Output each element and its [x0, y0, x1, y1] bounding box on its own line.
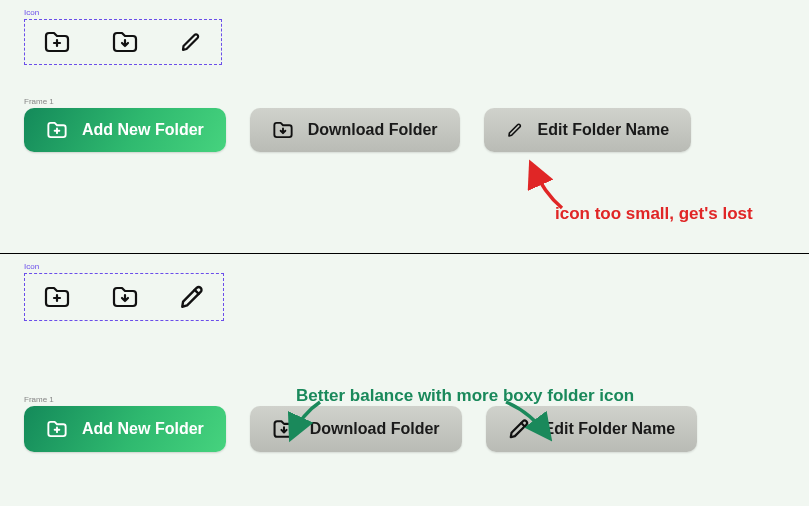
folder-download-icon: [111, 285, 139, 309]
button-label: Add New Folder: [82, 420, 204, 438]
folder-download-icon: [272, 418, 296, 440]
add-folder-button[interactable]: Add New Folder: [24, 406, 226, 452]
download-folder-button[interactable]: Download Folder: [250, 406, 462, 452]
pencil-boxy-icon: [508, 418, 530, 440]
pencil-boxy-icon: [179, 284, 205, 310]
edit-folder-button[interactable]: Edit Folder Name: [486, 406, 698, 452]
button-label: Edit Folder Name: [544, 420, 676, 438]
edit-folder-button[interactable]: Edit Folder Name: [484, 108, 692, 152]
pencil-icon: [506, 121, 524, 139]
folder-plus-icon: [46, 120, 68, 140]
figma-frame-label: Frame 1: [24, 97, 785, 106]
button-row-before: Add New Folder Download Folder Edit Fold…: [24, 108, 785, 152]
button-row-after: Add New Folder Download Folder Edit Fold…: [24, 406, 785, 452]
annotation-green: Better balance with more boxy folder ico…: [296, 386, 634, 406]
folder-plus-icon: [43, 285, 71, 309]
figma-icon-group-label: Icon: [24, 8, 785, 17]
example-before: Icon Frame 1: [0, 0, 809, 253]
button-label: Download Folder: [310, 420, 440, 438]
button-label: Download Folder: [308, 121, 438, 139]
folder-plus-icon: [43, 30, 71, 54]
add-folder-button[interactable]: Add New Folder: [24, 108, 226, 152]
button-label: Edit Folder Name: [538, 121, 670, 139]
annotation-red: icon too small, get's lost: [555, 204, 753, 224]
example-after: Icon Better balance with more boxy folde…: [0, 254, 809, 506]
icon-group-selection: [24, 273, 224, 321]
folder-download-icon: [272, 120, 294, 140]
pencil-icon: [179, 30, 203, 54]
icon-group-selection: [24, 19, 222, 65]
folder-download-icon: [111, 30, 139, 54]
button-label: Add New Folder: [82, 121, 204, 139]
download-folder-button[interactable]: Download Folder: [250, 108, 460, 152]
folder-plus-icon: [46, 419, 68, 439]
figma-icon-group-label: Icon: [24, 262, 785, 271]
